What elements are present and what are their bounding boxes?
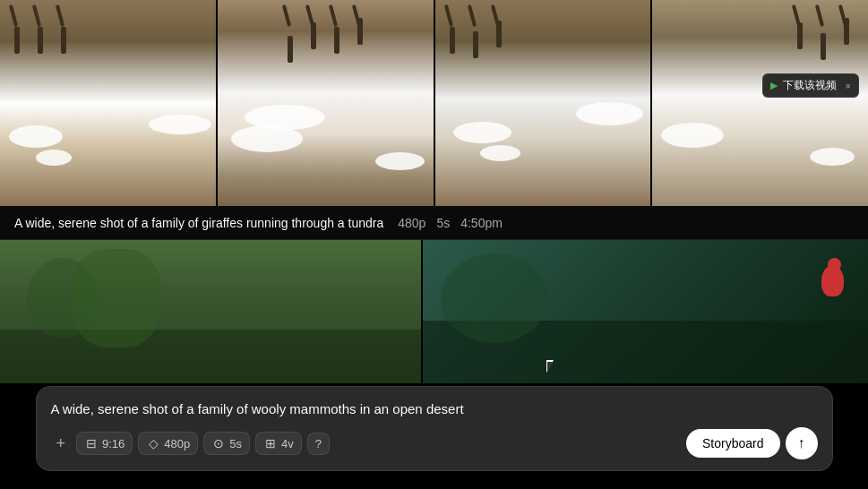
quality-button[interactable]: ◇ 480p bbox=[138, 432, 198, 455]
video-cell-1[interactable] bbox=[0, 0, 216, 206]
video-duration: 5s bbox=[436, 216, 450, 230]
info-bar: A wide, serene shot of a family of giraf… bbox=[0, 206, 868, 240]
middle-right-video[interactable] bbox=[423, 240, 868, 383]
video-cell-4[interactable] bbox=[650, 0, 868, 206]
aspect-ratio-icon: ⊟ bbox=[84, 436, 99, 450]
download-overlay[interactable]: ▶ 下载该视频 × bbox=[762, 73, 859, 98]
aspect-ratio-button[interactable]: ⊟ 9:16 bbox=[76, 432, 133, 455]
prompt-toolbar: + ⊟ 9:16 ◇ 480p ⊙ 5s ⊞ 4v ? Storyboard bbox=[51, 427, 818, 459]
video-resolution: 480p bbox=[398, 216, 425, 230]
middle-left-video[interactable] bbox=[0, 240, 421, 383]
submit-icon: ↑ bbox=[798, 435, 805, 451]
video-cell-3[interactable] bbox=[434, 0, 651, 206]
video-description: A wide, serene shot of a family of giraf… bbox=[14, 216, 383, 230]
add-button[interactable]: + bbox=[51, 431, 72, 457]
prompt-text[interactable]: A wide, serene shot of a family of wooly… bbox=[51, 399, 818, 418]
storyboard-button[interactable]: Storyboard bbox=[686, 429, 779, 458]
help-button[interactable]: ? bbox=[307, 433, 330, 455]
close-icon[interactable]: × bbox=[846, 81, 851, 91]
quality-value: 480p bbox=[164, 437, 190, 450]
bird-silhouette bbox=[814, 258, 850, 303]
video-grid bbox=[0, 0, 868, 206]
duration-icon: ⊙ bbox=[211, 436, 226, 450]
frames-button[interactable]: ⊞ 4v bbox=[255, 432, 302, 455]
video-cell-2[interactable] bbox=[216, 0, 434, 206]
duration-button[interactable]: ⊙ 5s bbox=[203, 432, 250, 455]
submit-button[interactable]: ↑ bbox=[786, 427, 818, 459]
duration-value: 5s bbox=[229, 437, 242, 450]
quality-icon: ◇ bbox=[146, 436, 160, 450]
help-label: ? bbox=[315, 437, 322, 450]
prompt-container: A wide, serene shot of a family of wooly… bbox=[36, 386, 833, 471]
middle-area bbox=[0, 240, 868, 383]
frames-icon: ⊞ bbox=[263, 436, 278, 450]
download-label: 下载该视频 bbox=[783, 78, 837, 93]
frames-value: 4v bbox=[281, 437, 294, 450]
aspect-ratio-value: 9:16 bbox=[102, 437, 125, 450]
play-icon: ▶ bbox=[770, 80, 778, 91]
video-time: 4:50pm bbox=[460, 216, 503, 230]
